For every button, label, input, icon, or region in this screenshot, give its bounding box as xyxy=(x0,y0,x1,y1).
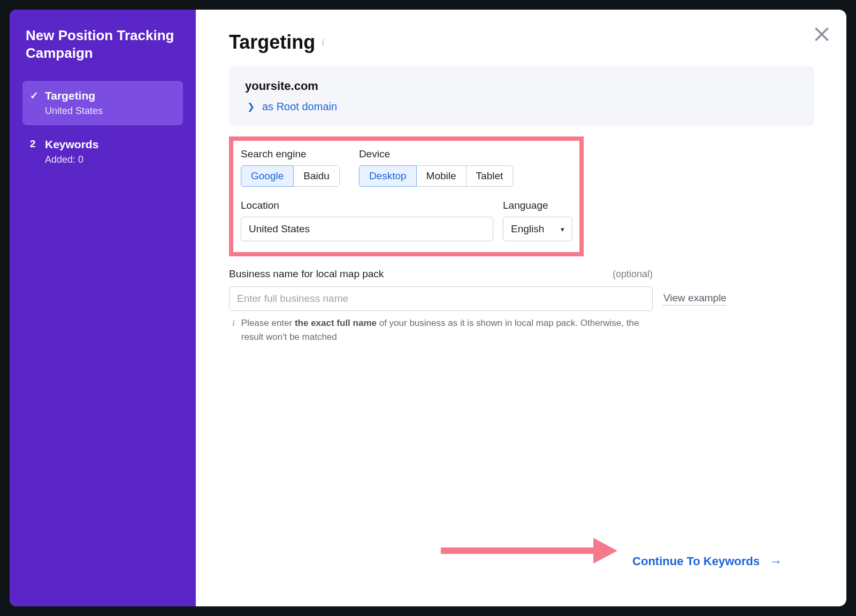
business-name-label: Business name for local map pack xyxy=(229,268,384,280)
footer: Continue To Keywords → xyxy=(229,554,814,585)
info-icon: i xyxy=(232,316,235,330)
step-subtext: United States xyxy=(45,105,175,117)
domain-name: yoursite.com xyxy=(245,79,798,93)
device-mobile[interactable]: Mobile xyxy=(416,165,467,187)
highlight-annotation: Search engine Google Baidu Device Deskto… xyxy=(229,136,584,256)
view-example-link[interactable]: View example xyxy=(663,292,727,306)
search-engine-label: Search engine xyxy=(241,148,340,160)
check-icon: ✓ xyxy=(30,89,45,102)
business-name-input-row: View example xyxy=(229,286,814,311)
business-name-header: Business name for local map pack (option… xyxy=(229,268,653,280)
search-engine-group: Search engine Google Baidu xyxy=(241,148,340,187)
business-name-help: i Please enter the exact full name of yo… xyxy=(229,316,653,344)
device-label: Device xyxy=(359,148,513,160)
location-label: Location xyxy=(241,200,493,211)
svg-marker-1 xyxy=(593,538,617,564)
device-tablet[interactable]: Tablet xyxy=(466,165,514,187)
sidebar-title: New Position Tracking Campaign xyxy=(22,27,183,62)
arrow-annotation-icon xyxy=(441,536,617,566)
continue-button[interactable]: Continue To Keywords → xyxy=(632,554,782,569)
page-title: Targeting xyxy=(229,31,315,54)
page-title-row: Targeting i xyxy=(229,31,814,54)
search-engine-google[interactable]: Google xyxy=(241,165,294,187)
info-icon[interactable]: i xyxy=(322,37,324,48)
location-input[interactable] xyxy=(241,217,493,241)
language-group: Language English ▾ xyxy=(503,200,572,241)
device-group: Device Desktop Mobile Tablet xyxy=(359,148,513,187)
domain-card: yoursite.com ❯ as Root domain xyxy=(229,66,814,126)
continue-label: Continue To Keywords xyxy=(632,554,760,568)
step-label: Targeting xyxy=(45,89,175,102)
main-panel: Targeting i yoursite.com ❯ as Root domai… xyxy=(196,10,846,606)
search-engine-segmented: Google Baidu xyxy=(241,165,340,187)
campaign-modal: New Position Tracking Campaign ✓ Targeti… xyxy=(10,10,846,606)
location-group: Location xyxy=(241,200,493,241)
optional-label: (optional) xyxy=(613,269,653,280)
domain-scope-link[interactable]: ❯ as Root domain xyxy=(245,101,798,113)
language-select[interactable]: English ▾ xyxy=(503,217,572,241)
sidebar-step-targeting[interactable]: ✓ Targeting United States xyxy=(22,81,183,125)
domain-scope-label: as Root domain xyxy=(262,101,337,113)
step-subtext: Added: 0 xyxy=(45,154,175,165)
sidebar: New Position Tracking Campaign ✓ Targeti… xyxy=(10,10,196,606)
step-label: Keywords xyxy=(45,138,175,151)
close-button[interactable] xyxy=(812,25,831,44)
search-engine-baidu[interactable]: Baidu xyxy=(293,165,340,187)
device-desktop[interactable]: Desktop xyxy=(359,165,417,187)
business-name-input[interactable] xyxy=(229,286,653,311)
language-value: English xyxy=(511,223,544,235)
chevron-right-icon: ❯ xyxy=(247,101,255,112)
language-label: Language xyxy=(503,200,572,211)
arrow-right-icon: → xyxy=(769,554,782,569)
chevron-down-icon: ▾ xyxy=(561,225,564,233)
close-icon xyxy=(812,25,831,44)
device-segmented: Desktop Mobile Tablet xyxy=(359,165,513,187)
help-text: Please enter the exact full name of your… xyxy=(241,316,653,344)
step-number: 2 xyxy=(30,138,45,150)
sidebar-step-keywords[interactable]: 2 Keywords Added: 0 xyxy=(22,130,183,174)
